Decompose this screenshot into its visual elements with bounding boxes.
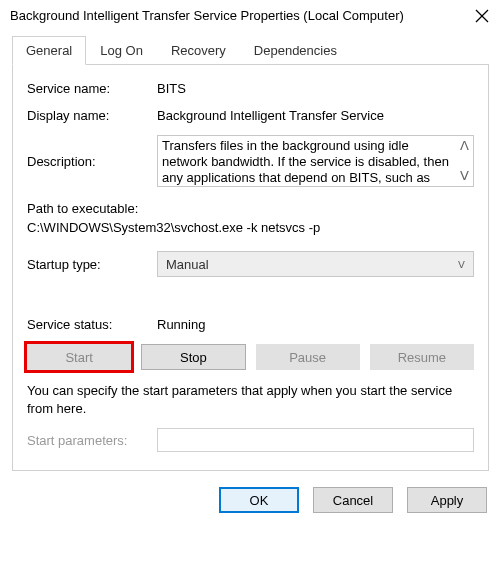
- tab-dependencies[interactable]: Dependencies: [240, 36, 351, 65]
- startup-type-value: Manual: [166, 257, 209, 272]
- ok-button[interactable]: OK: [219, 487, 299, 513]
- start-parameters-label: Start parameters:: [27, 433, 157, 448]
- tab-general[interactable]: General: [12, 36, 86, 65]
- service-name-label: Service name:: [27, 81, 157, 96]
- start-button[interactable]: Start: [27, 344, 131, 370]
- help-text: You can specify the start parameters tha…: [27, 382, 474, 418]
- service-name-value: BITS: [157, 81, 474, 96]
- chevron-down-icon[interactable]: ᐯ: [460, 168, 469, 184]
- apply-button[interactable]: Apply: [407, 487, 487, 513]
- resume-button: Resume: [370, 344, 474, 370]
- title-bar: Background Intelligent Transfer Service …: [0, 0, 501, 31]
- tab-strip: General Log On Recovery Dependencies: [12, 35, 489, 65]
- startup-type-label: Startup type:: [27, 257, 157, 272]
- display-name-value: Background Intelligent Transfer Service: [157, 108, 474, 123]
- startup-type-select[interactable]: Manual ᐯ: [157, 251, 474, 277]
- close-icon[interactable]: [475, 9, 489, 23]
- pause-button: Pause: [256, 344, 360, 370]
- tab-recovery[interactable]: Recovery: [157, 36, 240, 65]
- chevron-down-icon: ᐯ: [458, 259, 465, 270]
- description-label: Description:: [27, 154, 157, 169]
- cancel-button[interactable]: Cancel: [313, 487, 393, 513]
- display-name-label: Display name:: [27, 108, 157, 123]
- description-scrollbar[interactable]: ᐱ ᐯ: [457, 138, 471, 184]
- tab-logon[interactable]: Log On: [86, 36, 157, 65]
- dialog-buttons: OK Cancel Apply: [0, 477, 501, 525]
- stop-button[interactable]: Stop: [141, 344, 245, 370]
- window-title: Background Intelligent Transfer Service …: [10, 8, 404, 23]
- start-parameters-input[interactable]: [157, 428, 474, 452]
- tab-page-general: Service name: BITS Display name: Backgro…: [12, 65, 489, 471]
- service-status-value: Running: [157, 317, 474, 332]
- description-text[interactable]: Transfers files in the background using …: [157, 135, 474, 187]
- path-label: Path to executable:: [27, 199, 474, 218]
- chevron-up-icon[interactable]: ᐱ: [460, 138, 469, 154]
- service-status-label: Service status:: [27, 317, 157, 332]
- path-value: C:\WINDOWS\System32\svchost.exe -k netsv…: [27, 218, 474, 237]
- description-value: Transfers files in the background using …: [162, 138, 449, 187]
